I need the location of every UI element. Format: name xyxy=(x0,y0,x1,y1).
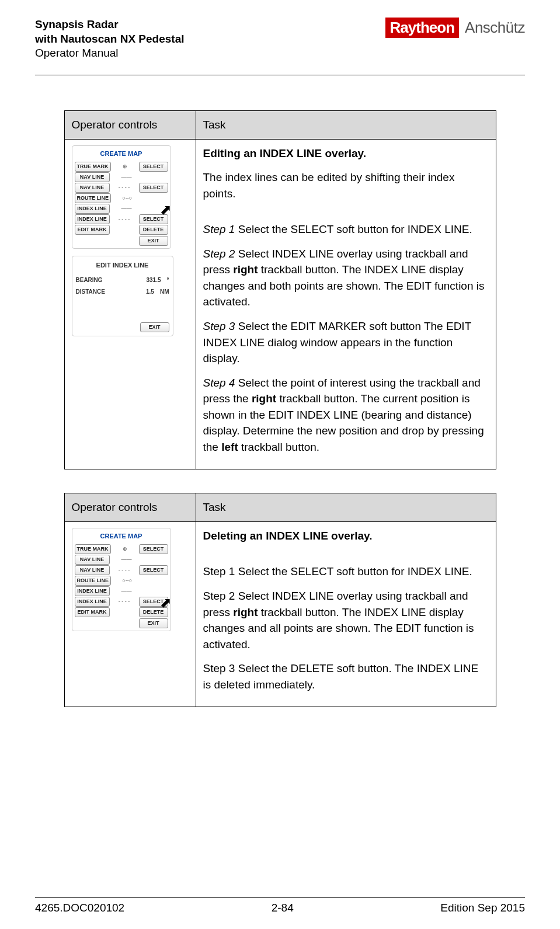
nav-line-icon: - - - - xyxy=(111,566,138,574)
col-header-task: Task xyxy=(196,111,496,140)
panel-title: CREATE MAP xyxy=(75,148,168,161)
nav-line-button[interactable]: NAV LINE xyxy=(75,565,110,575)
index-line-button[interactable]: INDEX LINE xyxy=(75,214,110,224)
index-line-icon: - - - - xyxy=(111,215,138,223)
step-2: Step 2 Select INDEX LINE overlay using t… xyxy=(203,588,489,652)
table-deleting-index-line: Operator controls Task CREATE MAP TRUE M… xyxy=(64,493,496,707)
select-button[interactable]: SELECT xyxy=(139,162,168,172)
route-line-icon: ○--○ xyxy=(112,194,142,202)
distance-value: 1.5 xyxy=(146,288,154,297)
nav-line-button[interactable]: NAV LINE xyxy=(75,555,110,565)
index-line-button[interactable]: INDEX LINE xyxy=(75,586,110,596)
distance-label: DISTANCE xyxy=(76,288,141,297)
bearing-row: BEARING 331.5 ° xyxy=(76,276,169,285)
doc-subtitle: Operator Manual xyxy=(35,46,185,61)
index-line-icon: - - - - xyxy=(111,598,138,606)
index-line-button[interactable]: INDEX LINE xyxy=(75,204,110,214)
bearing-label: BEARING xyxy=(76,276,141,285)
index-line-button[interactable]: INDEX LINE xyxy=(75,597,110,607)
step-1: Step 1 Select the SELECT soft button for… xyxy=(203,563,489,580)
panel-title: EDIT INDEX LINE xyxy=(76,260,169,273)
exit-button[interactable]: EXIT xyxy=(140,322,169,332)
page-footer: 4265.DOC020102 2-84 Edition Sep 2015 xyxy=(35,897,525,914)
select-button[interactable]: SELECT xyxy=(139,544,168,554)
col-header-controls: Operator controls xyxy=(64,493,196,522)
cell-task-2: Deleting an INDEX LINE overlay. Step 1 S… xyxy=(196,521,496,707)
task-intro: The index lines can be edited by shiftin… xyxy=(203,169,489,201)
page-header: Synapsis Radar with Nautoscan NX Pedesta… xyxy=(35,18,525,75)
edit-index-line-panel: EDIT INDEX LINE BEARING 331.5 ° DISTANCE… xyxy=(72,256,173,336)
route-line-icon: ○--○ xyxy=(112,577,142,584)
nav-line-icon: —— xyxy=(111,556,142,563)
task-title: Deleting an INDEX LINE overlay. xyxy=(203,528,489,544)
cell-task-1: Editing an INDEX LINE overlay. The index… xyxy=(196,139,496,469)
col-header-controls: Operator controls xyxy=(64,111,196,140)
header-logo: Raytheon Anschütz xyxy=(385,18,525,38)
select-button[interactable]: SELECT xyxy=(139,183,168,193)
route-line-button[interactable]: ROUTE LINE xyxy=(75,576,112,586)
create-map-panel: CREATE MAP TRUE MARK⊕SELECT NAV LINE—— N… xyxy=(72,145,171,249)
delete-button[interactable]: DELETE xyxy=(139,225,168,235)
nav-line-icon: —— xyxy=(111,173,142,181)
bearing-value: 331.5 xyxy=(146,276,161,285)
cell-controls-2: CREATE MAP TRUE MARK⊕SELECT NAV LINE—— N… xyxy=(64,521,196,707)
true-mark-icon: ⊕ xyxy=(112,545,138,553)
footer-docnum: 4265.DOC020102 xyxy=(35,902,124,914)
footer-pagenum: 2-84 xyxy=(272,902,294,914)
bearing-unit: ° xyxy=(167,276,169,285)
index-line-icon: —— xyxy=(111,587,142,595)
true-mark-icon: ⊕ xyxy=(112,163,138,171)
col-header-task: Task xyxy=(196,493,496,522)
exit-button[interactable]: EXIT xyxy=(139,618,168,628)
table-editing-index-line: Operator controls Task CREATE MAP TRUE M… xyxy=(64,110,496,469)
raytheon-logo: Raytheon xyxy=(385,18,459,38)
true-mark-button[interactable]: TRUE MARK xyxy=(75,162,111,172)
create-map-panel-2: CREATE MAP TRUE MARK⊕SELECT NAV LINE—— N… xyxy=(72,528,171,631)
index-line-icon: —— xyxy=(111,205,142,213)
panel-title: CREATE MAP xyxy=(75,531,168,544)
nav-line-button[interactable]: NAV LINE xyxy=(75,172,110,182)
anschutz-text: Anschütz xyxy=(465,19,525,37)
true-mark-button[interactable]: TRUE MARK xyxy=(75,544,111,554)
select-button[interactable]: SELECT xyxy=(139,214,168,224)
header-title-block: Synapsis Radar with Nautoscan NX Pedesta… xyxy=(35,18,185,61)
distance-unit: NM xyxy=(160,288,169,297)
step-4: Step 4 Select the point of interest usin… xyxy=(203,375,489,455)
nav-line-button[interactable]: NAV LINE xyxy=(75,183,110,193)
distance-row: DISTANCE 1.5 NM xyxy=(76,288,169,297)
route-line-button[interactable]: ROUTE LINE xyxy=(75,193,112,203)
edit-mark-button[interactable]: EDIT MARK xyxy=(75,607,110,617)
task-title: Editing an INDEX LINE overlay. xyxy=(203,145,489,162)
select-button[interactable]: SELECT xyxy=(139,565,168,575)
delete-button[interactable]: DELETE xyxy=(139,607,168,617)
step-3: Step 3 Select the EDIT MARKER soft butto… xyxy=(203,318,489,367)
select-button[interactable]: SELECT xyxy=(139,597,168,607)
exit-button[interactable]: EXIT xyxy=(139,236,168,246)
cell-controls-1: CREATE MAP TRUE MARK⊕SELECT NAV LINE—— N… xyxy=(64,139,196,469)
doc-title-2: with Nautoscan NX Pedestal xyxy=(35,32,185,47)
doc-title-1: Synapsis Radar xyxy=(35,18,185,32)
footer-edition: Edition Sep 2015 xyxy=(440,902,525,914)
step-3: Step 3 Select the DELETE soft button. Th… xyxy=(203,660,489,693)
edit-mark-button[interactable]: EDIT MARK xyxy=(75,225,110,235)
nav-line-icon: - - - - xyxy=(111,184,138,192)
step-1: Step 1 Select the SELECT soft button for… xyxy=(203,221,489,238)
step-2: Step 2 Select INDEX LINE overlay using t… xyxy=(203,246,489,310)
